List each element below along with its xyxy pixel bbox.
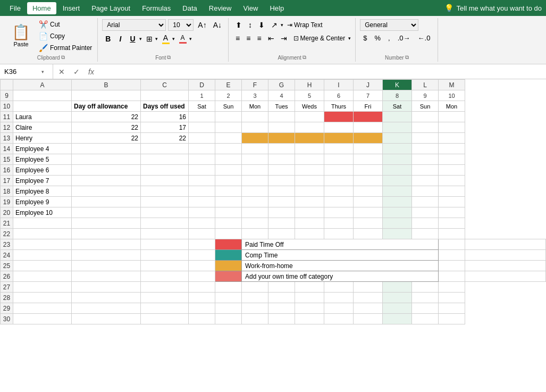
row-header-18[interactable]: 18 xyxy=(1,186,13,197)
cell-g10[interactable]: Tues xyxy=(268,101,295,112)
row-header-11[interactable]: 11 xyxy=(1,112,13,122)
copy-button[interactable]: 📄 Copy xyxy=(37,31,94,41)
cell-b25[interactable] xyxy=(72,261,141,271)
cell-i16[interactable] xyxy=(324,165,354,176)
cell-k29[interactable] xyxy=(383,303,412,314)
align-right-button[interactable]: ≡ xyxy=(254,32,264,44)
col-header-j[interactable]: J xyxy=(354,80,383,90)
col-header-g[interactable]: G xyxy=(268,80,295,90)
border-dropdown[interactable]: ▾ xyxy=(155,36,158,41)
col-header-h[interactable]: H xyxy=(295,80,324,90)
cell-c17[interactable] xyxy=(141,176,189,186)
italic-button[interactable]: I xyxy=(116,34,124,44)
cell-b11[interactable]: 22 xyxy=(72,112,141,122)
font-expand-icon[interactable]: ⧉ xyxy=(167,54,171,61)
cell-k18[interactable] xyxy=(383,186,412,197)
cell-d12[interactable] xyxy=(189,122,215,133)
cell-l22[interactable] xyxy=(412,229,439,239)
cell-k13[interactable] xyxy=(383,133,412,144)
increase-indent-button[interactable]: ⇥ xyxy=(278,32,290,44)
cell-l14[interactable] xyxy=(412,144,439,154)
cell-d21[interactable] xyxy=(189,218,215,229)
paste-button[interactable]: 📋 Paste xyxy=(7,19,35,53)
cell-j9[interactable]: 7 xyxy=(354,90,383,101)
cell-j16[interactable] xyxy=(354,165,383,176)
cell-j11[interactable] xyxy=(354,112,383,122)
cell-m25[interactable] xyxy=(465,261,546,271)
number-expand-icon[interactable]: ⧉ xyxy=(405,54,409,61)
cell-d24[interactable] xyxy=(189,250,215,261)
col-header-b[interactable]: B xyxy=(72,80,141,90)
cell-e18[interactable] xyxy=(215,186,242,197)
menu-data[interactable]: Data xyxy=(177,2,202,14)
menu-insert[interactable]: Insert xyxy=(57,2,86,14)
cell-f19[interactable] xyxy=(242,197,268,207)
cell-a28[interactable] xyxy=(13,293,72,303)
cell-k14[interactable] xyxy=(383,144,412,154)
cell-b19[interactable] xyxy=(72,197,141,207)
row-header-29[interactable]: 29 xyxy=(1,303,13,314)
row-header-25[interactable]: 25 xyxy=(1,261,13,271)
cell-l18[interactable] xyxy=(412,186,439,197)
cell-j14[interactable] xyxy=(354,144,383,154)
cell-d19[interactable] xyxy=(189,197,215,207)
bold-button[interactable]: B xyxy=(102,34,114,44)
cell-j10[interactable]: Fri xyxy=(354,101,383,112)
formula-cancel-button[interactable]: ✕ xyxy=(55,66,68,77)
cell-g15[interactable] xyxy=(268,154,295,165)
cell-h10[interactable]: Weds xyxy=(295,101,324,112)
cell-b18[interactable] xyxy=(72,186,141,197)
cell-d18[interactable] xyxy=(189,186,215,197)
cell-l12[interactable] xyxy=(412,122,439,133)
cell-i11[interactable] xyxy=(324,112,354,122)
cell-m26[interactable] xyxy=(465,271,546,282)
cell-g21[interactable] xyxy=(268,218,295,229)
cell-f22[interactable] xyxy=(242,229,268,239)
cell-i9[interactable]: 6 xyxy=(324,90,354,101)
cell-g16[interactable] xyxy=(268,165,295,176)
cell-b15[interactable] xyxy=(72,154,141,165)
cell-f11[interactable] xyxy=(242,112,268,122)
menu-file[interactable]: File xyxy=(4,2,26,14)
cell-i21[interactable] xyxy=(324,218,354,229)
cell-g19[interactable] xyxy=(268,197,295,207)
cell-k9[interactable]: 8 xyxy=(383,90,412,101)
cell-b16[interactable] xyxy=(72,165,141,176)
cell-l20[interactable] xyxy=(412,207,439,218)
cell-b22[interactable] xyxy=(72,229,141,239)
cell-l17[interactable] xyxy=(412,176,439,186)
menu-home[interactable]: Home xyxy=(27,2,56,14)
cell-j20[interactable] xyxy=(354,207,383,218)
cell-a18[interactable]: Employee 8 xyxy=(13,186,72,197)
cell-m20[interactable] xyxy=(439,207,465,218)
cell-l10[interactable]: Sun xyxy=(412,101,439,112)
cell-i22[interactable] xyxy=(324,229,354,239)
font-size-select[interactable]: 10 xyxy=(168,19,194,31)
cell-a25[interactable] xyxy=(13,261,72,271)
cell-e10[interactable]: Sun xyxy=(215,101,242,112)
cell-d20[interactable] xyxy=(189,207,215,218)
row-header-21[interactable]: 21 xyxy=(1,218,13,229)
cell-d22[interactable] xyxy=(189,229,215,239)
col-header-l[interactable]: L xyxy=(412,80,439,90)
cell-b12[interactable]: 22 xyxy=(72,122,141,133)
cell-c16[interactable] xyxy=(141,165,189,176)
col-header-f[interactable]: F xyxy=(242,80,268,90)
cell-b17[interactable] xyxy=(72,176,141,186)
cell-k17[interactable] xyxy=(383,176,412,186)
cell-m17[interactable] xyxy=(439,176,465,186)
cell-l25[interactable] xyxy=(439,261,465,271)
cell-a10[interactable] xyxy=(13,101,72,112)
row-header-17[interactable]: 17 xyxy=(1,176,13,186)
cell-i20[interactable] xyxy=(324,207,354,218)
row-header-26[interactable]: 26 xyxy=(1,271,13,282)
comma-button[interactable]: , xyxy=(385,32,393,44)
font-size-increase-button[interactable]: A↑ xyxy=(196,20,208,30)
cell-a27[interactable] xyxy=(13,282,72,293)
cell-a17[interactable]: Employee 7 xyxy=(13,176,72,186)
cell-k11[interactable] xyxy=(383,112,412,122)
cell-k10[interactable]: Sat xyxy=(383,101,412,112)
cell-a11[interactable]: Laura xyxy=(13,112,72,122)
alignment-expand-icon[interactable]: ⧉ xyxy=(303,54,306,61)
cell-k20[interactable] xyxy=(383,207,412,218)
